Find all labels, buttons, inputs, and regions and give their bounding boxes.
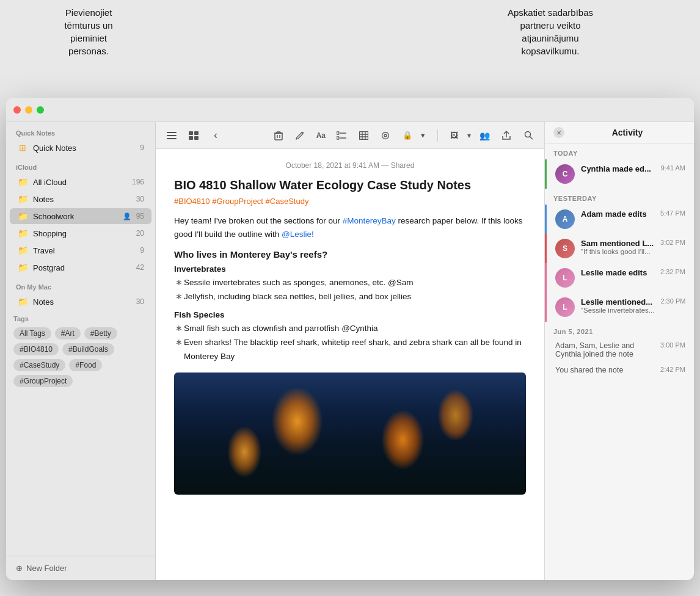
sam-activity-info: Sam mentioned L... "If this looks good I… <box>581 239 654 255</box>
annotation-top-right: Apskatiet sadarbībaspartneru veiktoatjau… <box>486 6 614 57</box>
svg-rect-2 <box>167 138 177 139</box>
cynthia-avatar: C <box>555 164 575 184</box>
collab-button[interactable]: 👥 <box>476 127 493 144</box>
on-my-mac-section-label: On My Mac <box>6 276 155 293</box>
invertebrates-subheading: Invertebrates <box>174 264 526 274</box>
travel-item[interactable]: 📁 Travel 9 <box>10 242 151 258</box>
cynthia-mention[interactable]: @Cynthia <box>341 324 377 333</box>
svg-rect-12 <box>337 132 339 134</box>
checklist-button[interactable] <box>333 127 350 144</box>
note-tags[interactable]: #BIO4810 #GroupProject #CaseStudy <box>174 197 526 206</box>
attachment-icon <box>381 131 390 140</box>
new-folder-button[interactable]: ⊕ New Folder <box>16 564 67 573</box>
svg-rect-6 <box>194 136 199 140</box>
joined-activity-item: Adam, Sam, Leslie and Cynthia joined the… <box>545 338 694 362</box>
adam-activity-time: 5:47 PM <box>660 209 685 217</box>
monterey-bay-link[interactable]: #MontereyBay <box>343 216 396 225</box>
sam-activity-preview: "If this looks good I'll... <box>581 248 654 255</box>
jun5-label: Jun 5, 2021 <box>545 322 694 338</box>
tag-art[interactable]: #Art <box>55 327 81 340</box>
sam-activity-item[interactable]: S Sam mentioned L... "If this looks good… <box>545 234 694 263</box>
notes-icloud-icon: 📁 <box>17 194 28 205</box>
adam-activity-item[interactable]: A Adam made edits 5:47 PM <box>545 205 694 234</box>
table-button[interactable] <box>355 127 372 144</box>
shopping-count: 20 <box>136 229 144 238</box>
maximize-button[interactable] <box>37 106 44 114</box>
lock-button[interactable]: 🔒 <box>399 127 416 144</box>
note-date: October 18, 2021 at 9:41 AM — Shared <box>174 161 526 170</box>
attachment-button[interactable] <box>377 127 394 144</box>
shopping-icon: 📁 <box>17 228 28 239</box>
notes-mac-count: 30 <box>136 297 144 306</box>
main-window: Quick Notes ⊞ Quick Notes 9 iCloud 📁 All… <box>6 98 694 580</box>
black-sea-nettles-highlight: including black sea nettles, <box>218 292 316 301</box>
schoolwork-item[interactable]: 📁 Schoolwork 👤 95 <box>10 208 151 224</box>
tag-groupproject[interactable]: #GroupProject <box>13 375 73 387</box>
toolbar-divider-1 <box>437 129 438 142</box>
tag-all-tags[interactable]: All Tags <box>13 327 51 340</box>
leslie-mentioned-activity-name: Leslie mentioned... <box>581 297 654 307</box>
back-button[interactable]: ‹ <box>207 127 224 144</box>
invertebrates-list: Sessile invertebrates such as sponges, a… <box>174 276 526 304</box>
content-area: ‹ Aa <box>156 122 544 580</box>
cynthia-activity-item[interactable]: C Cynthia made ed... 9:41 AM <box>545 159 694 189</box>
minimize-button[interactable] <box>25 106 32 114</box>
tag-buildgoals[interactable]: #BuildGoals <box>62 343 114 355</box>
lock-chevron-icon[interactable]: ▾ <box>421 131 425 140</box>
shopping-item[interactable]: 📁 Shopping 20 <box>10 225 151 241</box>
traffic-lights <box>13 106 44 114</box>
table-icon <box>359 131 368 140</box>
fish-species-subheading: Fish Species <box>174 310 526 319</box>
notes-mac-item[interactable]: 📁 Notes 30 <box>10 294 151 310</box>
note-body: October 18, 2021 at 9:41 AM — Shared BIO… <box>156 149 544 580</box>
svg-rect-4 <box>194 131 199 135</box>
leslie-mentioned-activity-item[interactable]: L Leslie mentioned... "Sessile invertebr… <box>545 293 694 322</box>
close-button[interactable] <box>13 106 21 114</box>
tag-bio4810[interactable]: #BIO4810 <box>13 343 59 355</box>
tag-food[interactable]: #Food <box>69 359 102 371</box>
quick-notes-item[interactable]: ⊞ Quick Notes 9 <box>10 140 151 156</box>
svg-rect-0 <box>167 132 177 133</box>
monterey-bay-highlight: Monterey Bay <box>184 352 235 361</box>
delete-button[interactable] <box>270 127 287 144</box>
font-button[interactable]: Aa <box>314 127 328 144</box>
photos-button[interactable]: 🖼 <box>445 127 462 144</box>
activity-close-button[interactable]: ✕ <box>553 127 564 138</box>
fish-bullet-2: Even sharks! The blacktip reef shark, wh… <box>184 336 526 364</box>
sam-mention[interactable]: @Sam <box>388 278 413 287</box>
search-button[interactable] <box>520 127 537 144</box>
share-button[interactable] <box>498 127 515 144</box>
new-folder-label: New Folder <box>26 564 67 573</box>
list-view-button[interactable] <box>163 127 180 144</box>
compose-icon <box>296 131 305 140</box>
all-icloud-item[interactable]: 📁 All iCloud 196 <box>10 174 151 190</box>
jellyfish-image <box>174 372 526 495</box>
sam-activity-time: 3:02 PM <box>660 239 685 246</box>
sidebar: Quick Notes ⊞ Quick Notes 9 iCloud 📁 All… <box>6 122 156 580</box>
main-layout: Quick Notes ⊞ Quick Notes 9 iCloud 📁 All… <box>6 122 694 580</box>
fish-list: Small fish such as clownfish and parrotf… <box>174 322 526 364</box>
photos-chevron-icon[interactable]: ▾ <box>467 131 471 140</box>
schoolwork-count: 95 <box>136 212 144 220</box>
note-title[interactable]: BIO 4810 Shallow Water Ecology Case Stud… <box>174 177 526 193</box>
svg-point-21 <box>382 132 389 139</box>
leslie-mentioned-activity-info: Leslie mentioned... "Sessile invertebrat… <box>581 297 654 314</box>
leslie-edits-activity-item[interactable]: L Leslie made edits 2:32 PM <box>545 263 694 293</box>
list-view-icon <box>167 131 177 140</box>
all-icloud-count: 196 <box>132 178 144 186</box>
tag-casestudy[interactable]: #CaseStudy <box>13 359 65 371</box>
schoolwork-label: Schoolwork <box>33 212 118 221</box>
leslie-mentioned-avatar: L <box>555 297 575 317</box>
svg-rect-14 <box>337 137 339 139</box>
section1-heading: Who lives in Monterey Bay's reefs? <box>174 249 526 260</box>
postgrad-label: Postgrad <box>33 263 131 272</box>
postgrad-item[interactable]: 📁 Postgrad 42 <box>10 260 151 275</box>
compose-button[interactable] <box>292 127 309 144</box>
tag-betty[interactable]: #Betty <box>84 327 117 340</box>
icloud-section-label: iCloud <box>6 156 155 173</box>
quick-notes-icon: ⊞ <box>17 142 28 153</box>
leslie-mention[interactable]: @Leslie! <box>282 230 314 239</box>
quick-notes-section-label: Quick Notes <box>6 122 155 139</box>
notes-icloud-item[interactable]: 📁 Notes 30 <box>10 191 151 207</box>
grid-view-button[interactable] <box>185 127 202 144</box>
